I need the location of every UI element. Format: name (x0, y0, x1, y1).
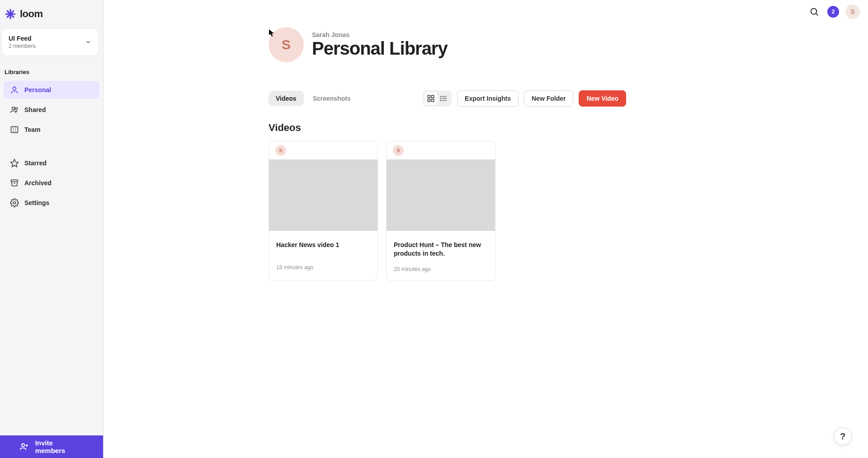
add-people-icon (19, 442, 29, 452)
sidebar-item-archived[interactable]: Archived (4, 174, 99, 192)
video-card[interactable]: S Product Hunt – The best new products i… (386, 141, 495, 281)
svg-point-12 (22, 444, 24, 446)
svg-rect-15 (432, 95, 434, 98)
sidebar-item-team[interactable]: Team (4, 121, 99, 139)
svg-point-13 (811, 9, 817, 14)
creator-avatar: S (275, 145, 286, 156)
new-folder-button[interactable]: New Folder (524, 90, 573, 107)
video-card[interactable]: S Hacker News video 1 18 minutes ago (269, 141, 378, 281)
building-icon (10, 125, 19, 134)
svg-point-5 (13, 87, 16, 90)
export-insights-button[interactable]: Export Insights (457, 90, 519, 107)
grid-icon (427, 94, 435, 103)
sidebar: loom UI Feed 2 members Libraries Persona… (0, 0, 104, 458)
view-toggle (423, 90, 452, 107)
loom-logo-icon (5, 8, 16, 20)
sidebar-item-settings[interactable]: Settings (4, 194, 99, 212)
sidebar-item-label: Starred (24, 159, 47, 167)
toolbar: Videos Screenshots Export Insights New F… (104, 90, 868, 107)
tab-videos[interactable]: Videos (269, 91, 304, 106)
sidebar-item-personal[interactable]: Personal (4, 81, 99, 99)
notifications-badge[interactable]: 2 (827, 6, 839, 18)
logo[interactable]: loom (0, 0, 103, 25)
svg-point-11 (14, 202, 16, 204)
sidebar-item-label: Shared (24, 106, 46, 113)
workspace-members: 2 members (9, 43, 36, 49)
videos-grid: S Hacker News video 1 18 minutes ago S P… (104, 141, 868, 281)
main-content: 2 S S Sarah Jonas Personal Library Video… (104, 0, 868, 458)
svg-rect-16 (428, 99, 430, 102)
logo-text: loom (20, 8, 43, 20)
search-button[interactable] (807, 5, 821, 19)
star-icon (10, 159, 19, 168)
sidebar-item-label: Personal (24, 86, 51, 93)
owner-name: Sarah Jonas (312, 31, 448, 38)
videos-section-heading: Videos (104, 107, 868, 141)
invite-label: Invite members (35, 439, 84, 454)
sidebar-item-starred[interactable]: Starred (4, 154, 99, 172)
video-title: Product Hunt – The best new products in … (394, 241, 488, 258)
search-icon (809, 7, 819, 17)
person-icon (10, 85, 19, 94)
gear-icon (10, 198, 19, 207)
libraries-section-label: Libraries (0, 56, 103, 80)
svg-rect-14 (428, 95, 430, 98)
svg-point-4 (9, 12, 12, 15)
svg-point-7 (15, 107, 18, 110)
list-view-button[interactable] (437, 92, 450, 105)
people-icon (10, 105, 19, 114)
svg-point-6 (12, 107, 15, 110)
topbar: 2 S (104, 0, 868, 23)
creator-avatar: S (393, 145, 404, 156)
invite-members-button[interactable]: Invite members (0, 435, 103, 458)
tab-screenshots[interactable]: Screenshots (306, 91, 358, 106)
help-button[interactable]: ? (834, 427, 852, 445)
sidebar-item-label: Settings (24, 199, 49, 206)
archive-icon (10, 178, 19, 187)
svg-marker-9 (11, 159, 19, 167)
list-icon (439, 94, 448, 103)
video-thumbnail (269, 159, 377, 231)
page-title: Personal Library (312, 38, 448, 59)
owner-avatar: S (269, 27, 304, 62)
video-thumbnail (387, 159, 495, 231)
sidebar-item-label: Archived (24, 179, 52, 187)
grid-view-button[interactable] (425, 92, 437, 105)
avatar[interactable]: S (845, 5, 860, 19)
sidebar-item-shared[interactable]: Shared (4, 101, 99, 119)
svg-point-20 (440, 100, 441, 101)
svg-rect-8 (11, 126, 18, 132)
library-header: S Sarah Jonas Personal Library (104, 23, 868, 62)
video-timestamp: 18 minutes ago (276, 264, 370, 271)
svg-point-18 (440, 96, 441, 97)
workspace-name: UI Feed (9, 35, 36, 42)
svg-rect-10 (11, 180, 18, 182)
chevron-down-icon (85, 39, 91, 45)
svg-point-19 (440, 98, 441, 99)
video-timestamp: 20 minutes ago (394, 266, 488, 272)
svg-rect-17 (432, 99, 434, 102)
content-tabs: Videos Screenshots (269, 91, 358, 106)
new-video-button[interactable]: New Video (579, 90, 626, 107)
sidebar-item-label: Team (24, 126, 41, 133)
workspace-switcher[interactable]: UI Feed 2 members (1, 28, 99, 56)
video-title: Hacker News video 1 (276, 241, 370, 249)
